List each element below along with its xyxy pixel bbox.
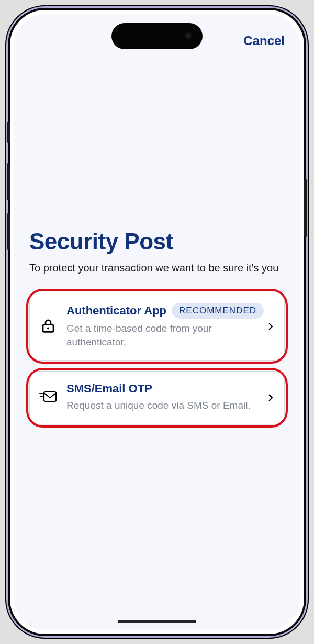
option-authenticator-title: Authenticator App xyxy=(66,304,166,318)
recommended-badge: RECOMMENDED xyxy=(172,303,264,319)
svg-rect-4 xyxy=(44,392,56,401)
chevron-right-icon xyxy=(266,393,275,402)
chevron-right-icon xyxy=(266,322,275,331)
option-sms-highlight: SMS/Email OTP Request a unique code via … xyxy=(29,371,285,424)
option-authenticator[interactable]: Authenticator App RECOMMENDED Get a time… xyxy=(29,292,285,361)
option-sms-desc: Request a unique code via SMS or Email. xyxy=(66,399,258,412)
option-sms-body: SMS/Email OTP Request a unique code via … xyxy=(66,382,258,412)
option-authenticator-desc: Get a time-based code from your authenti… xyxy=(66,322,258,348)
power-button xyxy=(304,179,307,237)
volume-down-button xyxy=(7,213,10,250)
page-title: Security Post xyxy=(29,228,285,255)
mail-send-icon xyxy=(39,390,57,404)
home-indicator xyxy=(118,620,196,623)
content: Security Post To protect your transactio… xyxy=(29,228,285,435)
phone-frame: Cancel Security Post To protect your tra… xyxy=(5,5,309,639)
lock-icon xyxy=(39,318,57,334)
camera-dot xyxy=(184,31,193,41)
screen: Cancel Security Post To protect your tra… xyxy=(14,14,300,630)
mute-switch xyxy=(7,122,10,143)
cancel-button[interactable]: Cancel xyxy=(243,34,285,48)
page-subtitle: To protect your transaction we want to b… xyxy=(29,262,285,274)
svg-point-1 xyxy=(47,327,49,329)
volume-up-button xyxy=(7,163,10,200)
option-authenticator-body: Authenticator App RECOMMENDED Get a time… xyxy=(66,303,258,348)
option-sms-title: SMS/Email OTP xyxy=(66,382,152,396)
option-sms-email[interactable]: SMS/Email OTP Request a unique code via … xyxy=(29,371,285,424)
option-authenticator-highlight: Authenticator App RECOMMENDED Get a time… xyxy=(29,292,285,361)
dynamic-island xyxy=(111,23,203,49)
